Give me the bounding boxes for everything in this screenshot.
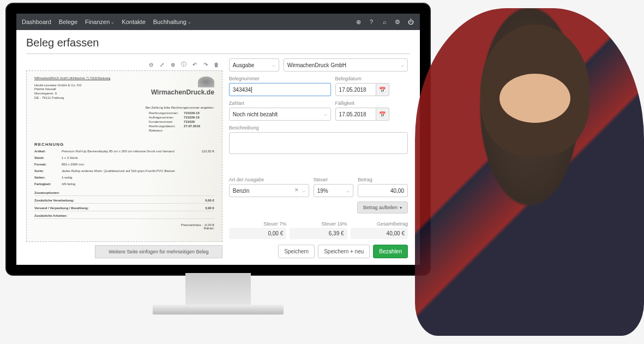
total-sum: 40,00 € (351, 228, 408, 239)
calendar-icon[interactable]: 📅 (376, 108, 389, 121)
expand-icon[interactable]: ⤢ (158, 61, 166, 68)
monitor-frame: Dashboard Belege Finanzen⌵ Kontakte Buch… (5, 3, 431, 276)
zoom-out-icon[interactable]: ⊖ (147, 61, 155, 68)
add-page-button[interactable]: Weitere Seite einfügen für mehrseitigen … (95, 245, 222, 258)
totals-row: Steuer 7% 0,00 € Steuer 19% 6,39 € Gesam… (229, 221, 408, 239)
betrag-input[interactable]: 40,00 (358, 184, 408, 197)
content-area: Beleg erfassen ⊖ ⤢ ⊕ ⓘ ↶ ↷ 🗑 (16, 30, 420, 265)
monitor-base (153, 305, 284, 315)
nav-finanzen[interactable]: Finanzen⌵ (85, 19, 114, 25)
chevron-down-icon: ⌵ (188, 20, 191, 25)
art-select[interactable]: Benzin✕ (229, 184, 309, 197)
doc-logo-area: WirmachenDruck.de (151, 76, 214, 100)
info-icon[interactable]: ⓘ (180, 61, 188, 68)
belegdatum-input[interactable]: 17.05.2018 (335, 83, 376, 96)
gear-icon[interactable]: ⚙ (394, 18, 401, 26)
zahlart-label: Zahlart (229, 100, 331, 106)
clear-icon[interactable]: ✕ (294, 187, 299, 193)
nav-left: Dashboard Belege Finanzen⌵ Kontakte Buch… (22, 19, 191, 25)
total-7: 0,00 € (229, 228, 286, 239)
divider (26, 54, 410, 54)
art-label: Art der Ausgabe (229, 177, 309, 182)
nav-belege[interactable]: Belege (59, 19, 77, 25)
steuer-select[interactable]: 19% (314, 184, 353, 197)
beschreibung-label: Beschreibung (229, 125, 408, 131)
top-navbar: Dashboard Belege Finanzen⌵ Kontakte Buch… (16, 14, 420, 30)
monitor-stand (185, 273, 251, 306)
betrag-label: Betrag (358, 177, 408, 182)
nav-dashboard[interactable]: Dashboard (22, 19, 51, 25)
doc-section-title: RECHNUNG (34, 142, 214, 147)
rotate-right-icon[interactable]: ↷ (202, 61, 209, 68)
belegnummer-label: Belegnummer (229, 76, 331, 81)
add-icon[interactable]: ⊕ (354, 18, 362, 26)
total-19: 6,39 € (290, 228, 347, 239)
split-amount-button[interactable]: Betrag aufteilen▾ (357, 201, 408, 213)
beschreibung-textarea[interactable] (229, 132, 408, 154)
zahlart-select[interactable]: Noch nicht bezahlt (229, 108, 331, 121)
steuer-label: Steuer (314, 177, 353, 182)
type-select[interactable]: Ausgabe (229, 58, 279, 72)
help-icon[interactable]: ? (368, 18, 375, 26)
person-photo (415, 8, 644, 336)
pay-button[interactable]: Bezahlen (373, 245, 408, 258)
doc-address: WIRmachenDRUCK GmbH | Mühlbachstr. 7 | 7… (34, 76, 110, 100)
belegdatum-label: Belegdatum (335, 76, 408, 81)
calendar-icon[interactable]: 📅 (376, 83, 389, 96)
form-column: Ausgabe WirmachenDruck GmbH Belegnummer … (229, 58, 410, 258)
faelligkeit-input[interactable]: 17.05.2018 (335, 108, 376, 121)
nav-right: ⊕ ? ⌕ ⚙ ⏻ (354, 18, 414, 26)
doc-meta: Bei Zahlung bitte Rechnungsnummer angebe… (34, 106, 214, 133)
save-button[interactable]: Speichern (278, 245, 315, 258)
document-preview[interactable]: WIRmachenDRUCK GmbH | Mühlbachstr. 7 | 7… (26, 70, 222, 242)
belegnummer-input[interactable]: 343434 (229, 83, 331, 96)
delete-icon[interactable]: 🗑 (213, 61, 220, 68)
caret-down-icon: ▾ (400, 205, 402, 210)
save-new-button[interactable]: Speichern + neu (318, 245, 370, 258)
chevron-down-icon: ⌵ (111, 20, 114, 25)
two-column-layout: ⊖ ⤢ ⊕ ⓘ ↶ ↷ 🗑 WIRmachenDRUCK GmbH | Mühl… (26, 58, 410, 258)
action-buttons: Speichern Speichern + neu Bezahlen (229, 245, 408, 258)
power-icon[interactable]: ⏻ (407, 18, 414, 26)
app-screen: Dashboard Belege Finanzen⌵ Kontakte Buch… (16, 14, 420, 265)
page-title: Beleg erfassen (26, 37, 410, 49)
doc-toolbar: ⊖ ⤢ ⊕ ⓘ ↶ ↷ 🗑 (26, 58, 222, 70)
doc-logo: WirmachenDruck.de (151, 88, 214, 96)
zoom-in-icon[interactable]: ⊕ (169, 61, 177, 68)
nav-buchhaltung[interactable]: Buchhaltung⌵ (153, 19, 191, 25)
nav-kontakte[interactable]: Kontakte (122, 19, 145, 25)
document-column: ⊖ ⤢ ⊕ ⓘ ↶ ↷ 🗑 WIRmachenDRUCK GmbH | Mühl… (26, 58, 222, 258)
vendor-select[interactable]: WirmachenDruck GmbH (284, 58, 408, 72)
search-icon[interactable]: ⌕ (381, 18, 388, 26)
faelligkeit-label: Fälligkeit (335, 100, 408, 106)
rotate-left-icon[interactable]: ↶ (191, 61, 198, 68)
